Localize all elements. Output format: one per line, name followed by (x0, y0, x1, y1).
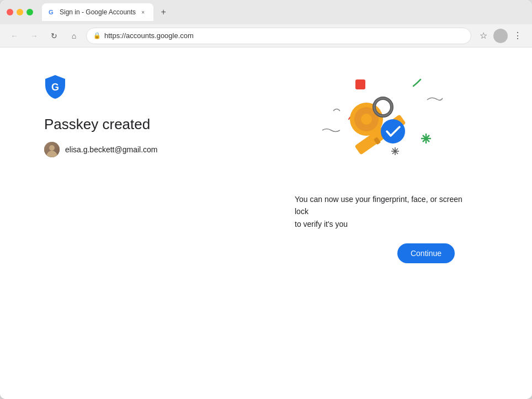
avatar (44, 142, 60, 157)
tab-bar: G Sign in - Google Accounts × + (42, 3, 525, 21)
svg-text:G: G (51, 82, 59, 93)
nav-actions: ☆ ⋮ (476, 28, 525, 44)
navigation-bar: ← → ↻ ⌂ 🔒 https://accounts.google.com ☆ … (0, 24, 532, 47)
back-button[interactable]: ← (7, 28, 22, 44)
right-panel: You can now use your fingerprint, face, … (278, 70, 488, 263)
tab-close-button[interactable]: × (139, 8, 147, 16)
browser-window: G Sign in - Google Accounts × + ← → ↻ ⌂ … (0, 0, 532, 399)
traffic-lights (7, 9, 33, 15)
profile-button[interactable] (493, 29, 508, 43)
menu-button[interactable]: ⋮ (510, 28, 525, 44)
left-panel: G Passkey created elisa.g.beckett@gmail.… (44, 70, 278, 157)
address-bar[interactable]: 🔒 https://accounts.google.com (86, 28, 471, 44)
tab-favicon-icon: G (49, 8, 56, 16)
title-bar: G Sign in - Google Accounts × + (0, 0, 532, 24)
page-title: Passkey created (44, 116, 278, 133)
description-text: You can now use your fingerprint, face, … (295, 193, 471, 230)
home-icon: ⌂ (72, 31, 76, 40)
maximize-window-button[interactable] (26, 9, 33, 15)
page-content: G Passkey created elisa.g.beckett@gmail.… (0, 47, 532, 399)
lock-icon: 🔒 (93, 32, 101, 39)
svg-point-20 (381, 119, 405, 143)
home-button[interactable]: ⌂ (66, 28, 82, 44)
svg-point-17 (361, 114, 372, 125)
svg-text:G: G (49, 9, 54, 15)
user-row: elisa.g.beckett@gmail.com (44, 142, 278, 157)
bookmark-button[interactable]: ☆ (476, 28, 491, 44)
passkey-illustration (306, 70, 460, 180)
new-tab-button[interactable]: + (156, 4, 171, 20)
google-shield-logo: G (44, 75, 66, 100)
menu-icon: ⋮ (513, 30, 522, 41)
close-window-button[interactable] (7, 9, 13, 15)
key-illustration-svg (306, 70, 460, 180)
user-email: elisa.g.beckett@gmail.com (65, 145, 158, 154)
minimize-window-button[interactable] (17, 9, 23, 15)
url-text: https://accounts.google.com (104, 31, 464, 40)
forward-icon: → (30, 31, 38, 40)
refresh-icon: ↻ (51, 31, 57, 40)
tab-title: Sign in - Google Accounts (60, 8, 136, 16)
forward-button[interactable]: → (26, 28, 42, 44)
active-tab[interactable]: G Sign in - Google Accounts × (42, 3, 153, 21)
back-icon: ← (10, 31, 18, 40)
continue-button[interactable]: Continue (397, 243, 455, 263)
bookmark-icon: ☆ (480, 30, 487, 41)
svg-rect-2 (355, 79, 365, 89)
avatar-image (44, 142, 60, 157)
refresh-button[interactable]: ↻ (46, 28, 62, 44)
